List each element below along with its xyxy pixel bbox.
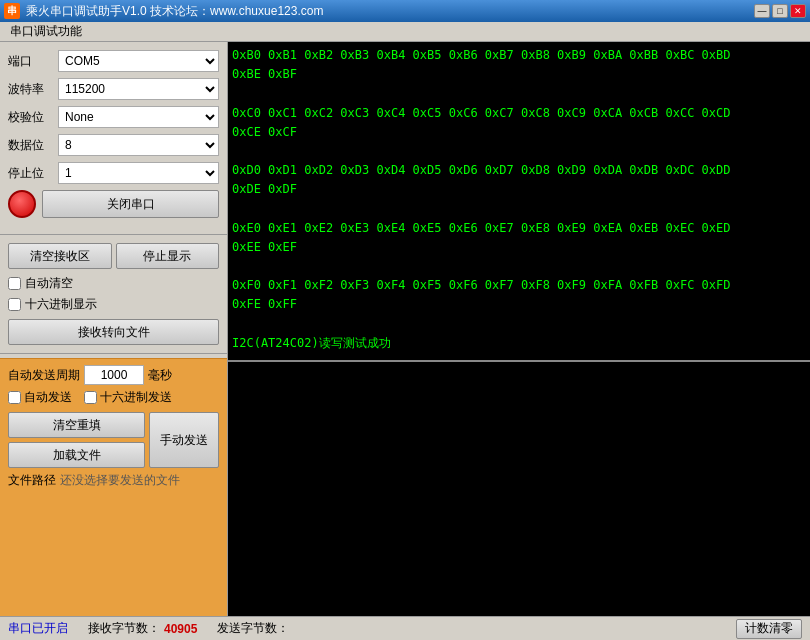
send-section: 自动发送周期 毫秒 自动发送 十六进制发送 清空重填	[0, 358, 227, 616]
port-settings: 端口 COM5 波特率 115200 校验位 None	[0, 42, 227, 230]
baud-label: 波特率	[8, 81, 58, 98]
hex-display-label[interactable]: 十六进制显示	[25, 296, 97, 313]
send-btn-row: 清空重填 加载文件 手动发送	[8, 412, 219, 468]
recv-to-file-button[interactable]: 接收转向文件	[8, 319, 219, 345]
auto-send-item: 自动发送	[8, 389, 72, 406]
send-count-label: 发送字节数：	[217, 620, 289, 637]
menu-bar: 串口调试功能	[0, 22, 810, 42]
parity-select[interactable]: None	[58, 106, 219, 128]
auto-clean-checkbox[interactable]	[8, 277, 21, 290]
stop-bits-select[interactable]: 1	[58, 162, 219, 184]
calc-clear-button[interactable]: 计数清零	[736, 619, 802, 639]
divider-2	[0, 353, 227, 354]
ms-label: 毫秒	[148, 367, 172, 384]
hex-send-checkbox[interactable]	[84, 391, 97, 404]
send-count-item: 发送字节数：	[217, 620, 293, 637]
minimize-button[interactable]: —	[754, 4, 770, 18]
data-bits-label: 数据位	[8, 137, 58, 154]
port-status-indicator	[8, 190, 36, 218]
data-bits-select[interactable]: 8	[58, 134, 219, 156]
port-btn-row: 关闭串口	[8, 190, 219, 218]
hex-send-label[interactable]: 十六进制发送	[100, 389, 172, 406]
recv-count-item: 接收字节数： 40905	[88, 620, 197, 637]
app-icon: 串	[4, 3, 20, 19]
port-select[interactable]: COM5	[58, 50, 219, 72]
port-open-status: 串口已开启	[8, 620, 68, 637]
send-period-row: 自动发送周期 毫秒	[8, 365, 219, 385]
parity-label: 校验位	[8, 109, 58, 126]
title-bar-controls: — □ ✕	[754, 4, 806, 18]
recv-text-content: 0xB0 0xB1 0xB2 0xB3 0xB4 0xB5 0xB6 0xB7 …	[232, 46, 806, 353]
left-panel: 端口 COM5 波特率 115200 校验位 None	[0, 42, 228, 616]
divider-1	[0, 234, 227, 235]
baud-row: 波特率 115200	[8, 78, 219, 100]
app-title: 乘火串口调试助手V1.0 技术论坛：www.chuxue123.com	[26, 3, 323, 20]
hex-send-item: 十六进制发送	[84, 389, 172, 406]
recv-count-value: 40905	[164, 622, 197, 636]
close-button[interactable]: ✕	[790, 4, 806, 18]
menu-item-serial[interactable]: 串口调试功能	[4, 21, 88, 42]
file-path-value: 还没选择要发送的文件	[60, 472, 180, 489]
title-bar-left: 串 乘火串口调试助手V1.0 技术论坛：www.chuxue123.com	[4, 3, 323, 20]
port-row: 端口 COM5	[8, 50, 219, 72]
auto-clean-label[interactable]: 自动清空	[25, 275, 73, 292]
auto-send-period-label: 自动发送周期	[8, 367, 80, 384]
auto-send-label[interactable]: 自动发送	[24, 389, 72, 406]
manual-send-button[interactable]: 手动发送	[149, 412, 219, 468]
baud-select[interactable]: 115200	[58, 78, 219, 100]
main-container: 端口 COM5 波特率 115200 校验位 None	[0, 42, 810, 616]
recv-display-area[interactable]: 0xB0 0xB1 0xB2 0xB3 0xB4 0xB5 0xB6 0xB7 …	[228, 42, 810, 362]
auto-clean-row: 自动清空	[0, 273, 227, 294]
hex-display-row: 十六进制显示	[0, 294, 227, 315]
parity-row: 校验位 None	[8, 106, 219, 128]
clear-recv-button[interactable]: 清空接收区	[8, 243, 112, 269]
stop-display-button[interactable]: 停止显示	[116, 243, 220, 269]
send-btn-group: 清空重填 加载文件	[8, 412, 145, 468]
close-port-button[interactable]: 关闭串口	[42, 190, 219, 218]
load-file-button[interactable]: 加载文件	[8, 442, 145, 468]
maximize-button[interactable]: □	[772, 4, 788, 18]
data-bits-row: 数据位 8	[8, 134, 219, 156]
port-label: 端口	[8, 53, 58, 70]
title-bar: 串 乘火串口调试助手V1.0 技术论坛：www.chuxue123.com — …	[0, 0, 810, 22]
send-checkbox-row: 自动发送 十六进制发送	[8, 389, 219, 406]
action-buttons: 清空接收区 停止显示	[0, 239, 227, 273]
hex-display-checkbox[interactable]	[8, 298, 21, 311]
status-bar: 串口已开启 接收字节数： 40905 发送字节数： 计数清零	[0, 616, 810, 640]
stop-bits-row: 停止位 1	[8, 162, 219, 184]
file-path-row: 文件路径 还没选择要发送的文件	[8, 472, 219, 489]
auto-send-checkbox[interactable]	[8, 391, 21, 404]
recv-count-label: 接收字节数：	[88, 620, 160, 637]
clear-resend-button[interactable]: 清空重填	[8, 412, 145, 438]
send-display-area[interactable]	[228, 362, 810, 616]
send-period-input[interactable]	[84, 365, 144, 385]
file-path-label: 文件路径	[8, 472, 56, 489]
stop-bits-label: 停止位	[8, 165, 58, 182]
right-panel: 0xB0 0xB1 0xB2 0xB3 0xB4 0xB5 0xB6 0xB7 …	[228, 42, 810, 616]
